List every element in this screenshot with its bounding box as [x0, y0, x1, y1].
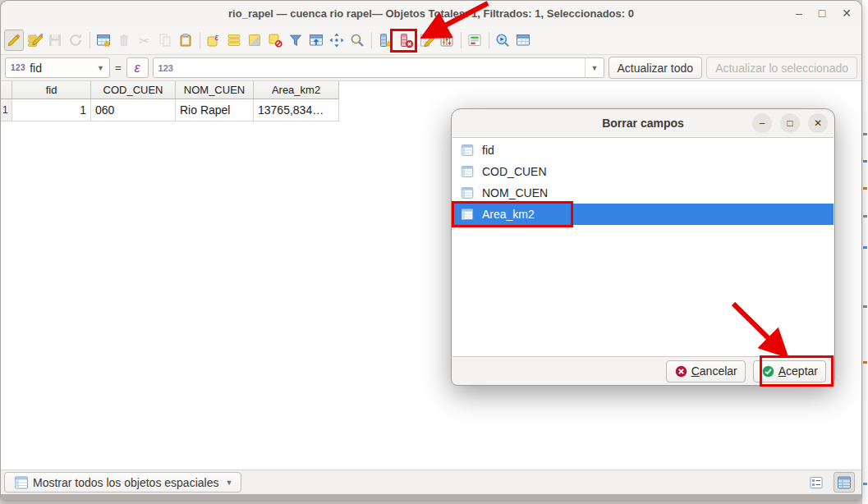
move-selection-top-icon[interactable]: [306, 30, 326, 51]
window-controls: – □ ✕: [796, 1, 852, 25]
field-row-NOM_CUEN[interactable]: NOM_CUEN: [452, 182, 834, 204]
add-feature-icon[interactable]: [94, 30, 113, 51]
field-label: fid: [482, 144, 494, 157]
cut-icon: ✂: [135, 30, 154, 51]
field-icon: [460, 143, 475, 158]
toolbar-separator: [90, 32, 90, 48]
accept-circle-icon: [761, 364, 775, 378]
cell-fid[interactable]: 1: [12, 99, 91, 121]
cell-cod-cuen[interactable]: 060: [91, 99, 176, 121]
feature-filter-button[interactable]: Mostrar todos los objetos espaciales ▼: [4, 472, 241, 493]
attribute-toolbar: ✂ε: [1, 25, 861, 55]
cell-area-km2[interactable]: 13765,834…: [254, 99, 339, 121]
reload-icon: [66, 30, 85, 51]
column-header-area-km2[interactable]: Area_km2: [254, 81, 339, 99]
field-label: COD_CUEN: [482, 165, 547, 178]
select-all-icon[interactable]: [224, 30, 244, 51]
update-selected-label: Actualizar lo seleccionado: [715, 62, 848, 75]
copy-icon: [155, 30, 175, 51]
edit-field-icon[interactable]: [416, 30, 436, 51]
feature-filter-label: Mostrar todos los objetos espaciales: [33, 476, 218, 489]
dialog-title: Borrar campos: [602, 117, 684, 130]
save-edits-icon: [45, 30, 65, 51]
title-bar[interactable]: rio_rapel — cuenca rio rapel— Objetos To…: [1, 1, 861, 25]
dock-table-icon[interactable]: [513, 30, 533, 51]
dialog-title-bar[interactable]: Borrar campos – □ ✕: [452, 109, 834, 137]
delete-selected-icon: [114, 30, 134, 51]
select-by-expression-icon[interactable]: ε: [204, 30, 223, 51]
field-icon: [460, 164, 475, 179]
invert-selection-icon[interactable]: [245, 30, 264, 51]
dialog-footer: Cancelar Aceptar: [452, 357, 834, 385]
background-window-sliver: [862, 0, 868, 504]
column-header-cod-cuen[interactable]: COD_CUEN: [91, 81, 176, 99]
field-icon: [460, 207, 475, 222]
deselect-all-icon[interactable]: [265, 30, 285, 51]
expression-value: 123: [158, 63, 173, 73]
cell-nom-cuen[interactable]: Rio Rapel: [176, 99, 254, 121]
view-toggle: [806, 472, 855, 493]
cancel-label: Cancelar: [691, 364, 737, 378]
equals-label: =: [114, 62, 122, 74]
new-field-icon[interactable]: [375, 30, 395, 51]
minimize-icon[interactable]: –: [752, 113, 772, 133]
close-icon[interactable]: ✕: [808, 113, 828, 133]
field-icon: [460, 186, 475, 200]
conditional-format-icon[interactable]: [465, 30, 485, 51]
chevron-down-icon[interactable]: ▼: [585, 58, 599, 77]
expression-bar: 123 fid ▼ = ε 123 ▼ Actualizar todo Actu…: [1, 55, 861, 81]
table-header-row: fid COD_CUEN NOM_CUEN Area_km2: [1, 81, 861, 99]
window-title: rio_rapel — cuenca rio rapel— Objetos To…: [228, 7, 634, 20]
svg-text:ε: ε: [215, 32, 219, 42]
field-row-fid[interactable]: fid: [452, 140, 834, 161]
toolbar-separator: [200, 32, 200, 48]
chevron-down-icon: ▼: [225, 479, 232, 487]
cancel-button[interactable]: Cancelar: [666, 360, 746, 383]
svg-text:✂: ✂: [140, 33, 150, 47]
update-selected-button: Actualizar lo seleccionado: [706, 57, 857, 79]
expression-value-input[interactable]: 123 ▼: [153, 57, 604, 78]
window-bottom-edge: [1, 494, 861, 500]
zoom-to-selection-icon[interactable]: [347, 30, 367, 51]
toggle-editing-icon[interactable]: [4, 30, 24, 51]
maximize-icon[interactable]: □: [780, 113, 800, 133]
cancel-circle-icon: [674, 364, 688, 378]
update-all-label: Actualizar todo: [618, 62, 694, 75]
dialog-window-controls: – □ ✕: [752, 113, 828, 133]
pan-to-selection-icon[interactable]: [327, 30, 347, 51]
zoom-detail-icon[interactable]: [493, 30, 512, 51]
close-icon[interactable]: ✕: [842, 7, 852, 19]
chevron-down-icon: ▼: [97, 64, 104, 72]
paste-icon[interactable]: [176, 30, 195, 51]
screenshot-stage: rio_rapel — cuenca rio rapel— Objetos To…: [0, 0, 868, 504]
field-selector-value: fid: [30, 62, 42, 75]
accept-label: Aceptar: [778, 364, 818, 378]
table-icon: [13, 474, 30, 491]
multiedit-icon[interactable]: [25, 30, 44, 51]
column-header-fid[interactable]: fid: [12, 81, 91, 99]
field-list: fidCOD_CUENNOM_CUENArea_km2: [452, 137, 834, 357]
field-row-Area_km2[interactable]: Area_km2: [452, 204, 834, 225]
toolbar-separator: [489, 32, 489, 48]
minimize-icon[interactable]: –: [796, 7, 802, 19]
toolbar-separator: [461, 32, 462, 48]
field-row-COD_CUEN[interactable]: COD_CUEN: [452, 161, 834, 182]
table-view-icon[interactable]: [834, 472, 855, 493]
field-label: Area_km2: [482, 208, 535, 221]
filter-form-icon[interactable]: [286, 30, 305, 51]
integer-type-icon: 123: [11, 63, 25, 72]
update-all-button[interactable]: Actualizar todo: [609, 57, 703, 79]
accept-button[interactable]: Aceptar: [753, 360, 826, 383]
field-calculator-icon[interactable]: [437, 30, 457, 51]
maximize-icon[interactable]: □: [819, 7, 825, 19]
field-selector-dropdown[interactable]: 123 fid ▼: [5, 57, 110, 78]
toolbar-separator: [371, 32, 372, 48]
field-label: NOM_CUEN: [482, 186, 548, 199]
column-header-nom-cuen[interactable]: NOM_CUEN: [176, 81, 254, 99]
delete-fields-dialog: Borrar campos – □ ✕ fidCOD_CUENNOM_CUENA…: [451, 108, 835, 386]
expression-builder-button[interactable]: ε: [126, 57, 149, 78]
delete-field-icon[interactable]: [396, 30, 416, 51]
row-number[interactable]: 1: [1, 99, 12, 121]
header-corner[interactable]: [1, 81, 12, 99]
form-view-icon[interactable]: [806, 472, 827, 493]
